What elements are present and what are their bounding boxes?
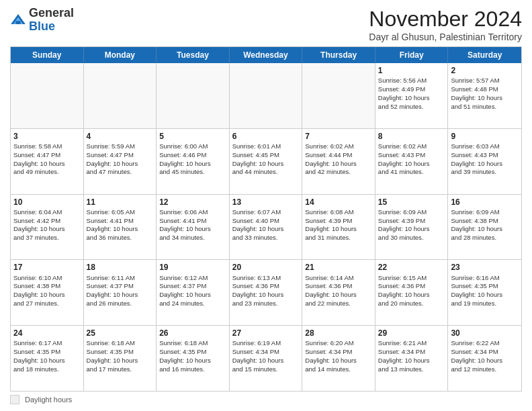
calendar-cell-w2-d3: 5Sunrise: 6:00 AMSunset: 4:46 PMDaylight… — [157, 129, 230, 194]
cell-content-line: Daylight: 10 hours — [305, 160, 357, 167]
calendar-cell-w4-d2: 18Sunrise: 6:11 AMSunset: 4:37 PMDayligh… — [84, 260, 157, 325]
day-number: 30 — [451, 328, 519, 338]
cell-content-line: Sunrise: 6:08 AM — [305, 208, 353, 216]
logo-icon — [10, 12, 26, 28]
cell-content-line: Sunrise: 6:01 AM — [232, 142, 281, 150]
calendar-header: Sunday Monday Tuesday Wednesday Thursday… — [11, 47, 521, 63]
day-number: 19 — [159, 262, 226, 273]
cell-content-line: and 39 minutes. — [451, 168, 496, 175]
cell-content-line: Daylight: 10 hours — [87, 291, 138, 298]
cell-content-line: Sunset: 4:43 PM — [451, 151, 498, 158]
calendar-cell-w4-d3: 19Sunrise: 6:12 AMSunset: 4:37 PMDayligh… — [157, 260, 230, 325]
cell-content-line: and 27 minutes. — [13, 300, 59, 307]
calendar-cell-w2-d2: 4Sunrise: 5:59 AMSunset: 4:47 PMDaylight… — [84, 129, 157, 194]
calendar-cell-w3-d7: 16Sunrise: 6:09 AMSunset: 4:38 PMDayligh… — [448, 195, 521, 260]
cell-content-line: Sunrise: 6:11 AM — [87, 274, 135, 281]
day-number: 5 — [159, 131, 226, 142]
cell-content-line: Sunrise: 6:09 AM — [451, 208, 499, 216]
page: General Blue November 2024 Dayr al Ghusu… — [0, 0, 532, 411]
cell-content-line: Sunrise: 6:05 AM — [87, 208, 135, 216]
day-number: 27 — [232, 328, 300, 338]
cell-content-line: Sunset: 4:35 PM — [159, 348, 206, 355]
calendar-cell-w2-d5: 7Sunrise: 6:02 AMSunset: 4:44 PMDaylight… — [302, 129, 375, 194]
cell-content-line: Sunrise: 6:21 AM — [378, 339, 427, 347]
cell-content-line: Sunset: 4:41 PM — [87, 217, 134, 224]
calendar-cell-w5-d2: 25Sunrise: 6:18 AMSunset: 4:35 PMDayligh… — [84, 326, 157, 391]
day-number: 29 — [378, 328, 445, 338]
week-row-3: 10Sunrise: 6:04 AMSunset: 4:42 PMDayligh… — [11, 194, 521, 260]
calendar-cell-w4-d1: 17Sunrise: 6:10 AMSunset: 4:38 PMDayligh… — [11, 260, 84, 325]
cell-content-line: Daylight: 10 hours — [451, 225, 502, 232]
cell-content-line: and 16 minutes. — [159, 365, 205, 373]
daylight-label: Daylight hours — [25, 396, 72, 404]
day-number: 6 — [232, 131, 300, 142]
cell-content-line: Sunrise: 6:14 AM — [305, 274, 353, 281]
cell-content-line: Daylight: 10 hours — [378, 357, 430, 364]
calendar-cell-w3-d6: 15Sunrise: 6:09 AMSunset: 4:39 PMDayligh… — [375, 195, 449, 260]
calendar-cell-w2-d1: 3Sunrise: 5:58 AMSunset: 4:47 PMDaylight… — [11, 129, 84, 194]
cell-content-line: and 24 minutes. — [159, 300, 205, 307]
cell-content-line: Sunrise: 5:59 AM — [87, 142, 135, 150]
col-friday: Friday — [375, 47, 449, 63]
cell-content-line: Sunset: 4:46 PM — [159, 151, 206, 158]
cell-content-line: Sunset: 4:38 PM — [451, 217, 498, 224]
col-wednesday: Wednesday — [230, 47, 303, 63]
cell-content-line: and 51 minutes. — [451, 103, 496, 110]
cell-content-line: Daylight: 10 hours — [159, 291, 211, 298]
cell-content-line: Sunrise: 6:17 AM — [13, 339, 62, 347]
calendar-cell-w2-d7: 9Sunrise: 6:03 AMSunset: 4:43 PMDaylight… — [448, 129, 521, 194]
cell-content-line: Sunrise: 6:00 AM — [159, 142, 208, 150]
cell-content-line: Sunset: 4:47 PM — [13, 151, 60, 158]
cell-content-line: and 47 minutes. — [87, 168, 132, 175]
cell-content-line: Sunrise: 6:12 AM — [159, 274, 208, 281]
cell-content-line: Daylight: 10 hours — [305, 291, 357, 298]
svg-rect-2 — [15, 21, 20, 24]
cell-content-line: Sunset: 4:35 PM — [87, 348, 134, 355]
day-number: 10 — [13, 197, 81, 208]
cell-content-line: Sunset: 4:39 PM — [305, 217, 352, 224]
day-number: 26 — [159, 328, 226, 338]
cell-content-line: Daylight: 10 hours — [87, 160, 138, 167]
cell-content-line: Sunset: 4:34 PM — [451, 348, 498, 355]
day-number: 11 — [87, 197, 154, 208]
calendar-cell-w5-d3: 26Sunrise: 6:18 AMSunset: 4:35 PMDayligh… — [157, 326, 230, 391]
calendar-cell-w3-d4: 13Sunrise: 6:07 AMSunset: 4:40 PMDayligh… — [230, 195, 303, 260]
logo-text: General Blue — [29, 7, 74, 34]
day-number: 3 — [13, 131, 81, 142]
cell-content-line: and 26 minutes. — [87, 300, 132, 307]
cell-content-line: and 36 minutes. — [87, 234, 132, 241]
col-tuesday: Tuesday — [157, 47, 230, 63]
day-number: 1 — [378, 65, 445, 76]
cell-content-line: and 44 minutes. — [232, 168, 278, 175]
col-saturday: Saturday — [448, 47, 521, 63]
logo-general-text: General — [29, 6, 74, 19]
cell-content-line: Sunset: 4:36 PM — [232, 282, 279, 289]
cell-content-line: Sunset: 4:48 PM — [451, 85, 498, 93]
cell-content-line: Sunrise: 6:19 AM — [232, 339, 281, 347]
day-number: 21 — [305, 262, 372, 273]
logo-blue-text: Blue — [29, 19, 55, 33]
cell-content-line: Sunset: 4:37 PM — [159, 282, 206, 289]
cell-content-line: Sunset: 4:34 PM — [232, 348, 279, 355]
cell-content-line: and 20 minutes. — [378, 300, 424, 307]
daylight-legend-box — [10, 395, 19, 404]
calendar-cell-w1-d2 — [84, 63, 157, 128]
title-block: November 2024 Dayr al Ghusun, Palestinia… — [369, 7, 522, 42]
calendar: Sunday Monday Tuesday Wednesday Thursday… — [10, 46, 522, 392]
cell-content-line: Sunset: 4:37 PM — [87, 282, 134, 289]
day-number: 2 — [451, 65, 519, 76]
cell-content-line: and 23 minutes. — [232, 300, 278, 307]
cell-content-line: Daylight: 10 hours — [87, 357, 138, 364]
cell-content-line: Daylight: 10 hours — [305, 225, 357, 232]
cell-content-line: Sunset: 4:35 PM — [451, 282, 498, 289]
cell-content-line: Sunset: 4:35 PM — [13, 348, 60, 355]
cell-content-line: Sunrise: 6:18 AM — [87, 339, 135, 347]
logo: General Blue — [10, 7, 74, 34]
calendar-cell-w4-d6: 22Sunrise: 6:15 AMSunset: 4:36 PMDayligh… — [375, 260, 449, 325]
cell-content-line: Daylight: 10 hours — [232, 357, 284, 364]
calendar-cell-w1-d4 — [230, 63, 303, 128]
cell-content-line: Daylight: 10 hours — [232, 160, 284, 167]
cell-content-line: Sunrise: 5:56 AM — [378, 77, 427, 84]
calendar-cell-w3-d2: 11Sunrise: 6:05 AMSunset: 4:41 PMDayligh… — [84, 195, 157, 260]
cell-content-line: Daylight: 10 hours — [159, 225, 211, 232]
